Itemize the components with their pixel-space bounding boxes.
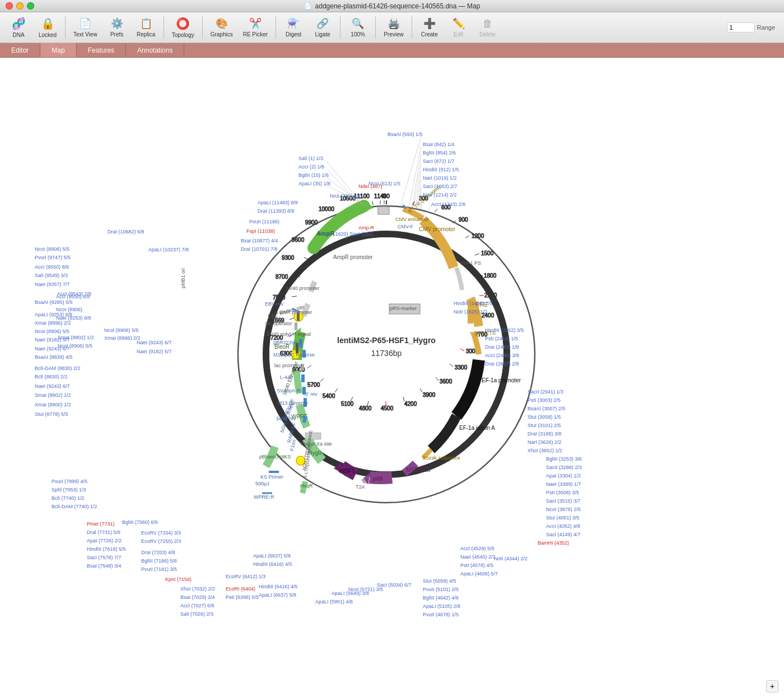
graphics-tool[interactable]: 🎨 Graphics: [206, 15, 237, 40]
svg-text:PvuII (9747) 5/5: PvuII (9747) 5/5: [35, 255, 71, 260]
svg-text:EcoRV (7255) 2/3: EcoRV (7255) 2/3: [141, 538, 181, 544]
svg-text:AccI (2) 1/8: AccI (2) 1/8: [298, 164, 324, 170]
svg-text:PstI (2414) 1/5: PstI (2414) 1/5: [485, 336, 518, 341]
svg-text:EcoRV (6412) 1/3: EcoRV (6412) 1/3: [226, 574, 265, 579]
text-view-label: Text View: [73, 31, 97, 38]
close-button[interactable]: [6, 2, 13, 10]
svg-text:SV40 promoter: SV40 promoter: [286, 285, 320, 291]
svg-text:DraI (11393) 8/8: DraI (11393) 8/8: [258, 208, 295, 214]
svg-text:NaeI (4540) 2/7: NaeI (4540) 2/7: [460, 554, 496, 560]
topology-tool[interactable]: ⭕ Topology: [167, 15, 199, 40]
svg-text:EcoRI (6404): EcoRI (6404): [226, 586, 255, 592]
svg-text:ApaLI (6637) 5/8: ApaLI (6637) 5/8: [259, 592, 296, 598]
separator-6: [375, 16, 376, 39]
svg-line-11: [465, 236, 469, 238]
locked-tool[interactable]: 🔒 Locked: [34, 15, 62, 40]
rs-sali-1: SalI (1) 1/3: [298, 156, 323, 161]
re-picker-icon: ✂️: [249, 17, 262, 30]
svg-rect-109: [301, 374, 305, 382]
edit-tool[interactable]: ✏️ Edit: [445, 15, 473, 40]
svg-text:BsaI (7029) 2/4: BsaI (7029) 2/4: [180, 594, 215, 600]
svg-text:ApaLI (11483) 8/8: ApaLI (11483) 8/8: [258, 200, 298, 205]
zoom-tool[interactable]: 🔍 100%: [344, 15, 372, 40]
svg-text:BglIII (15) 1/6: BglIII (15) 1/6: [298, 172, 329, 178]
svg-text:NaeI (9182) 5/7: NaeI (9182) 5/7: [137, 349, 172, 354]
svg-text:Ncol (8906) 5/5: Ncol (8906) 5/5: [104, 327, 139, 333]
svg-text:3600: 3600: [440, 378, 452, 385]
svg-text:XmaI (8996) 2/2: XmaI (8996) 2/2: [35, 320, 71, 326]
re-picker-tool[interactable]: ✂️ RE Picker: [239, 15, 272, 40]
separator-7: [412, 16, 412, 39]
tab-editor[interactable]: Editor: [0, 43, 40, 57]
svg-text:BglIII (7560) 6/6: BglIII (7560) 6/6: [122, 519, 158, 525]
maximize-button[interactable]: [27, 2, 34, 10]
svg-text:3900: 3900: [423, 392, 436, 398]
svg-text:BglIII (854) 2/6: BglIII (854) 2/6: [423, 150, 456, 156]
svg-text:PstI (6396) 5/5: PstI (6396) 5/5: [226, 594, 259, 600]
file-icon: 📄: [304, 2, 312, 10]
create-label: Create: [421, 31, 438, 38]
delete-tool[interactable]: 🗑 Delete: [474, 16, 502, 40]
svg-text:SmaI (8802) 1/2: SmaI (8802) 1/2: [35, 392, 71, 398]
preview-tool[interactable]: 🖨️ Preview: [379, 15, 408, 40]
svg-text:NotI (4344) 2/2: NotI (4344) 2/2: [494, 556, 528, 561]
svg-text:11736bp: 11736bp: [371, 349, 402, 358]
replica-label: Replica: [137, 31, 155, 38]
separator-4: [276, 16, 276, 39]
svg-text:BamHI (4352): BamHI (4352): [538, 540, 569, 546]
range-input[interactable]: [727, 22, 755, 32]
svg-text:StuI (8778) 5/5: StuI (8778) 5/5: [35, 411, 68, 417]
zoom-in-button[interactable]: +: [766, 680, 778, 692]
digest-tool[interactable]: ⚗️ Digest: [279, 15, 307, 40]
svg-text:PvuII (4678) 1/5: PvuII (4678) 1/5: [423, 612, 459, 617]
svg-text:T2A: T2A: [356, 484, 365, 490]
svg-text:SacI (7578) 7/7: SacI (7578) 7/7: [87, 555, 122, 560]
dna-tool[interactable]: 🧬 DNA: [4, 15, 32, 40]
svg-text:ApaLI (6637) 5/8: ApaLI (6637) 5/8: [253, 553, 291, 559]
replica-tool[interactable]: 📋 Replica: [132, 15, 160, 40]
delete-icon: 🗑: [483, 18, 493, 30]
prefs-tool[interactable]: ⚙️ Prefs: [103, 15, 131, 40]
svg-text:5700: 5700: [307, 382, 320, 388]
svg-text:BglIII (4642) 4/6: BglIII (4642) 4/6: [423, 595, 459, 601]
text-view-tool[interactable]: 📄 Text View: [69, 15, 102, 40]
svg-text:StuI (4001) 3/5: StuI (4001) 3/5: [546, 515, 580, 521]
svg-text:SacI (3515) 3/7: SacI (3515) 3/7: [546, 498, 581, 504]
svg-text:PmeI (7731): PmeI (7731): [87, 521, 115, 527]
svg-text:HIV-1 PS: HIV-1 PS: [460, 260, 481, 266]
svg-text:AmpR promoter: AmpR promoter: [333, 254, 373, 260]
svg-text:PstI (3508) 3/5: PstI (3508) 3/5: [546, 490, 579, 495]
svg-text:1200: 1200: [472, 233, 484, 239]
svg-text:BsaAI (8839) 4/5: BsaAI (8839) 4/5: [35, 354, 73, 360]
svg-text:StuI (3058) 1/5: StuI (3058) 1/5: [528, 414, 561, 420]
tab-map[interactable]: Map: [40, 43, 76, 57]
svg-line-65: [372, 201, 373, 205]
svg-text:M13/pUC Reverse: M13/pUC Reverse: [273, 352, 315, 358]
window-controls[interactable]: [6, 2, 34, 10]
ligate-tool[interactable]: 🔗 Ligate: [309, 15, 337, 40]
create-tool[interactable]: ➕ Create: [416, 15, 444, 40]
svg-text:lac operator: lac operator: [265, 321, 292, 326]
svg-text:AccI (1343) 2/8: AccI (1343) 2/8: [431, 202, 465, 207]
minimize-button[interactable]: [16, 2, 24, 10]
svg-text:BclI (8830) 2/2: BclI (8830) 2/2: [35, 374, 68, 380]
svg-text:5100: 5100: [341, 401, 354, 407]
svg-text:NcoI (3876) 2/5: NcoI (3876) 2/5: [546, 507, 581, 512]
tab-features[interactable]: Features: [77, 43, 126, 57]
svg-text:10000: 10000: [319, 206, 334, 212]
svg-rect-129: [295, 322, 297, 330]
svg-text:BsaAI (3007) 2/5: BsaAI (3007) 2/5: [528, 406, 566, 411]
svg-text:Dral (7731) 5/8: Dral (7731) 5/8: [87, 530, 120, 535]
svg-text:SspI (11620) SpeI (252): SspI (11620) SpeI (252): [319, 231, 373, 237]
svg-text:8700: 8700: [276, 274, 288, 280]
svg-text:EcoRV (7334) 3/3: EcoRV (7334) 3/3: [141, 530, 181, 536]
svg-text:SacI (4149) 4/7: SacI (4149) 4/7: [546, 532, 581, 537]
svg-text:NaeI (9253) 6/8: NaeI (9253) 6/8: [56, 315, 91, 321]
plasmid-map-svg[interactable]: 0 300 600 900 1200 1500 1800 2100 2400: [0, 58, 773, 673]
tab-annotations[interactable]: Annotations: [126, 43, 184, 57]
svg-text:AccI (9550) 8/8: AccI (9550) 8/8: [35, 264, 69, 270]
svg-text:9600: 9600: [292, 237, 305, 243]
edit-label: Edit: [454, 31, 463, 38]
range-label: Range: [757, 24, 775, 31]
lock-icon: 🔒: [41, 17, 55, 30]
